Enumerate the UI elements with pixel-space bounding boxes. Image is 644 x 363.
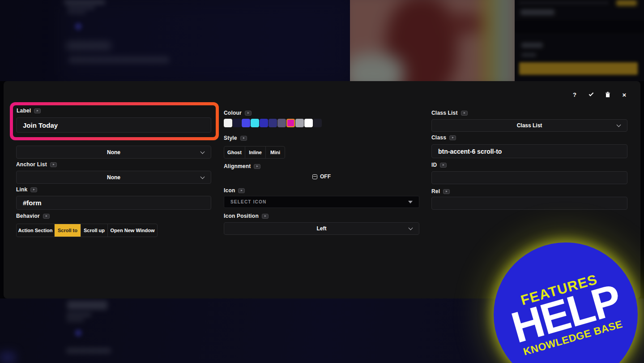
icon-position-field-label: Icon Position (224, 213, 269, 219)
alignment-field-label: Alignment (224, 163, 260, 169)
rel-input[interactable] (431, 197, 627, 210)
label-input[interactable] (16, 117, 211, 133)
icon-position-dropdown[interactable]: Left (224, 222, 419, 235)
style-mini-button[interactable]: Mini (266, 147, 285, 158)
colour-swatch[interactable] (260, 119, 268, 127)
modal-toolbar: ? × (571, 91, 628, 98)
colour-swatches (224, 119, 322, 127)
behavior-field-label: Behavior (16, 213, 50, 219)
video-info-icon[interactable] (449, 135, 456, 140)
chevron-down-icon (200, 174, 205, 179)
anchor-list-dropdown[interactable]: None (16, 171, 211, 184)
class-field-label: Class (431, 134, 456, 141)
style-options: Ghost Inline Mini (224, 146, 285, 159)
alignment-off-toggle[interactable]: OFF (224, 173, 419, 180)
colour-swatch[interactable] (224, 119, 232, 127)
video-info-icon[interactable] (440, 163, 447, 168)
toggle-off-icon (312, 174, 317, 179)
style-ghost-button[interactable]: Ghost (224, 147, 245, 158)
behavior-action-section-button[interactable]: Action Section (17, 224, 55, 237)
video-info-icon[interactable] (43, 214, 50, 219)
caret-down-icon (408, 201, 413, 203)
video-info-icon[interactable] (254, 164, 260, 169)
style-inline-button[interactable]: Inline (245, 147, 266, 158)
icon-select-dropdown[interactable]: SELECT ICON (224, 196, 419, 208)
video-info-icon[interactable] (245, 111, 252, 116)
colour-swatch[interactable] (304, 119, 313, 127)
video-info-icon[interactable] (238, 188, 245, 193)
link-field-label: Link (16, 186, 37, 193)
video-info-icon[interactable] (461, 111, 468, 116)
chevron-down-icon (200, 149, 205, 154)
close-icon[interactable]: × (621, 91, 628, 98)
video-info-icon[interactable] (50, 162, 57, 167)
video-info-icon[interactable] (34, 108, 41, 113)
rel-field-label: Rel (431, 188, 450, 194)
id-input[interactable] (431, 171, 627, 184)
link-input[interactable] (16, 196, 211, 210)
chevron-down-icon (617, 123, 621, 127)
colour-swatch[interactable] (277, 119, 286, 127)
colour-swatch[interactable] (295, 119, 304, 127)
behavior-scroll-to-button[interactable]: Scroll to (55, 224, 81, 237)
behavior-open-new-window-button[interactable]: Open New Window (108, 224, 157, 237)
video-info-icon[interactable] (30, 187, 37, 192)
chevron-down-icon (409, 226, 413, 230)
confirm-icon[interactable] (588, 91, 595, 98)
help-icon[interactable]: ? (571, 91, 578, 98)
class-input[interactable] (431, 144, 627, 158)
colour-swatch[interactable] (313, 119, 322, 127)
trash-icon[interactable] (604, 91, 611, 98)
colour-swatch[interactable] (242, 119, 250, 127)
anchor-list-field-label: Anchor List (16, 161, 57, 168)
colour-swatch[interactable] (269, 119, 277, 127)
video-info-icon[interactable] (262, 214, 269, 219)
link-list-dropdown[interactable]: None (16, 146, 211, 159)
colour-swatch[interactable] (251, 119, 259, 127)
colour-field-label: Colour (224, 110, 252, 116)
colour-swatch[interactable] (286, 119, 295, 127)
behavior-scroll-up-button[interactable]: Scroll up (81, 224, 108, 237)
behavior-options: Action Section Scroll to Scroll up Open … (16, 224, 158, 237)
video-info-icon[interactable] (240, 136, 247, 141)
colour-swatch[interactable] (233, 119, 241, 127)
video-info-icon[interactable] (443, 189, 450, 194)
icon-field-label: Icon (224, 187, 245, 194)
annotation-highlight-box: Label (10, 102, 219, 140)
id-field-label: ID (431, 162, 447, 168)
class-list-field-label: Class List (431, 110, 468, 116)
label-field-label: Label (17, 108, 41, 114)
style-field-label: Style (224, 135, 247, 141)
class-list-dropdown[interactable]: Class List (431, 119, 627, 132)
